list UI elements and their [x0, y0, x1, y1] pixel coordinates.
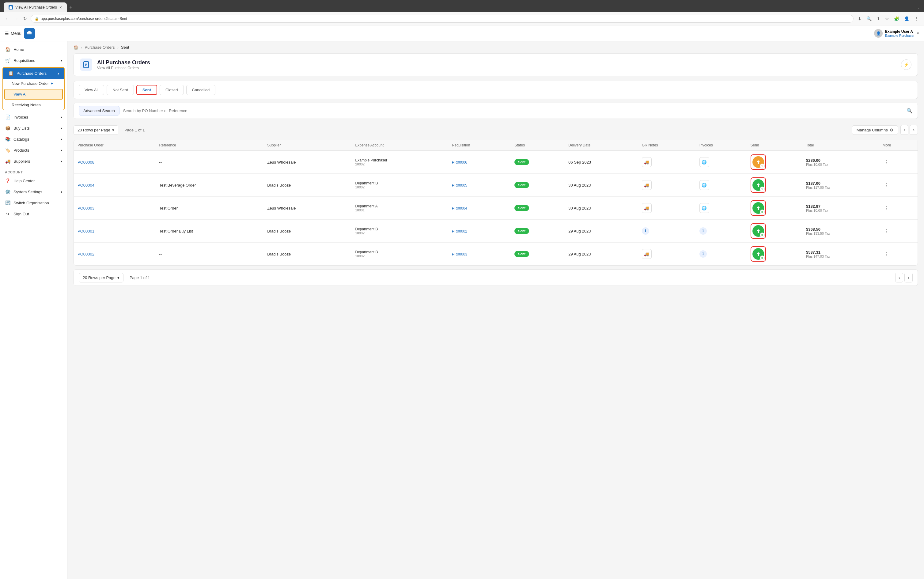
send-highlight-box: 0 [751, 246, 766, 262]
sidebar-item-home[interactable]: 🏠 Home [0, 44, 67, 55]
expense-name: Department B [355, 250, 444, 254]
req-link[interactable]: PR00002 [452, 229, 467, 234]
gr-notes-truck-button[interactable]: 🚚 [642, 157, 652, 167]
col-header-send: Send [747, 140, 802, 151]
po-link[interactable]: PO00003 [77, 206, 94, 211]
sidebar-subitem-new-po[interactable]: New Purchase Order + [3, 79, 64, 88]
rows-per-page-button[interactable]: 20 Rows per Page ▾ [74, 125, 118, 135]
expense-account: Department A 10001 [355, 204, 444, 212]
invoices-globe-button[interactable]: 🌐 [700, 180, 709, 190]
sidebar-item-purchase-orders[interactable]: 📋 Purchase Orders ▴ [3, 68, 64, 79]
breadcrumb-home-icon[interactable]: 🏠 [74, 45, 78, 50]
po-link[interactable]: PO00001 [77, 229, 94, 234]
table-header-row: Purchase Order Reference Supplier Expens… [74, 140, 917, 151]
prev-page-button[interactable]: ‹ [900, 125, 909, 135]
bottom-prev-page-button[interactable]: ‹ [895, 273, 903, 283]
sidebar-item-suppliers[interactable]: 🚚 Suppliers ▾ [0, 155, 67, 167]
bottom-rows-per-page-button[interactable]: 20 Rows per Page ▾ [79, 273, 123, 283]
po-link[interactable]: PO00004 [77, 183, 94, 188]
lightning-button[interactable]: ⚡ [901, 59, 911, 70]
profile-icon[interactable]: 👤 [902, 15, 911, 22]
cell-total: $182.87 Plus $0.00 Tax [802, 197, 879, 220]
sidebar-item-help-center[interactable]: ❓ Help Center [0, 175, 67, 186]
new-tab-button[interactable]: + [67, 3, 75, 12]
tab-not-sent[interactable]: Not Sent [106, 85, 134, 95]
sidebar-item-invoices[interactable]: 📄 Invoices ▾ [0, 111, 67, 123]
tab-view-all[interactable]: View All [79, 85, 104, 95]
manage-columns-button[interactable]: Manage Columns ⚙ [852, 125, 898, 135]
user-dropdown-button[interactable]: ▾ [917, 31, 919, 36]
sidebar-item-requisitions[interactable]: 🛒 Requisitions ▾ [0, 55, 67, 66]
tabs-expand-button[interactable]: ⌄ [917, 5, 920, 10]
cell-invoices: 1 [696, 243, 747, 266]
chevron-down-icon: ▾ [61, 59, 62, 62]
account-section-label: Account [0, 167, 67, 175]
sidebar-item-label: Requisitions [13, 58, 35, 63]
bookmark-icon[interactable]: ☆ [883, 15, 891, 22]
tab-closed[interactable]: Closed [160, 85, 183, 95]
tax-info: Plus $47.03 Tax [806, 255, 875, 258]
expense-name: Department B [355, 227, 444, 231]
share-icon[interactable]: ⬆ [875, 15, 882, 22]
download-icon[interactable]: ⬇ [856, 15, 863, 22]
sidebar-item-system-settings[interactable]: ⚙️ System Settings ▾ [0, 186, 67, 197]
col-header-total: Total [802, 140, 879, 151]
invoices-globe-button[interactable]: 🌐 [700, 203, 709, 213]
sidebar-subitem-receiving-notes[interactable]: Receiving Notes [3, 100, 64, 110]
active-tab[interactable]: View All Purchase Orders × [4, 2, 67, 12]
more-button[interactable]: ⋮ [883, 181, 890, 189]
sidebar-item-catalogs[interactable]: 📚 Catalogs ▾ [0, 134, 67, 145]
bottom-next-page-button[interactable]: › [904, 273, 913, 283]
cell-gr-notes: 🚚 [638, 174, 696, 197]
advanced-search-button[interactable]: Advanced Search [79, 106, 119, 116]
tab-close-button[interactable]: × [59, 5, 62, 10]
tab-sent[interactable]: Sent [136, 85, 157, 95]
req-link[interactable]: PR00006 [452, 160, 467, 165]
invoices-globe-button[interactable]: 🌐 [700, 157, 709, 167]
suppliers-icon: 🚚 [5, 159, 10, 164]
user-name: Example User A [885, 29, 914, 34]
sidebar-item-products[interactable]: 🏷️ Products ▾ [0, 145, 67, 155]
cell-more: ⋮ [879, 197, 917, 220]
sidebar-subitem-view-all[interactable]: View All [4, 89, 63, 100]
search-submit-button[interactable]: 🔍 [906, 108, 913, 114]
cell-more: ⋮ [879, 174, 917, 197]
po-link[interactable]: PO00008 [77, 160, 94, 165]
more-button[interactable]: ⋮ [883, 250, 890, 258]
reload-button[interactable]: ↻ [22, 15, 28, 22]
expense-code: 10001 [355, 208, 444, 212]
more-button[interactable]: ⋮ [883, 204, 890, 212]
menu-dots-icon[interactable]: ⋮ [913, 15, 920, 22]
expense-account: Department B 10002 [355, 227, 444, 235]
gr-notes-truck-button[interactable]: 🚚 [642, 180, 652, 190]
breadcrumb-purchase-orders[interactable]: Purchase Orders [85, 45, 114, 50]
more-button[interactable]: ⋮ [883, 227, 890, 235]
req-link[interactable]: PR00004 [452, 206, 467, 211]
sidebar-item-buy-lists[interactable]: 📦 Buy Lists ▾ [0, 123, 67, 134]
search-browser-icon[interactable]: 🔍 [865, 15, 873, 22]
sidebar-item-sign-out[interactable]: ↪ Sign Out [0, 208, 67, 219]
back-button[interactable]: ← [4, 15, 10, 22]
sidebar-subitem-label: New Purchase Order [11, 81, 49, 86]
next-page-button[interactable]: › [909, 125, 918, 135]
po-link[interactable]: PO00002 [77, 252, 94, 257]
gr-notes-count-badge: 1 [642, 227, 649, 235]
sidebar-item-switch-org[interactable]: 🔄 Switch Organisation [0, 197, 67, 208]
cell-delivery: 30 Aug 2023 [565, 197, 638, 220]
cell-status: Sent [511, 174, 565, 197]
req-link[interactable]: PR00003 [452, 252, 467, 257]
search-input[interactable] [123, 108, 903, 113]
menu-button[interactable]: ☰ Menu [5, 31, 21, 36]
total-amount: $182.87 [806, 204, 875, 209]
gr-notes-truck-button[interactable]: 🚚 [642, 249, 652, 259]
tax-info: Plus $33.50 Tax [806, 232, 875, 235]
forward-button[interactable]: → [13, 15, 20, 22]
tab-title: View All Purchase Orders [15, 5, 57, 10]
extensions-icon[interactable]: 🧩 [892, 15, 901, 22]
tab-cancelled[interactable]: Cancelled [186, 85, 216, 95]
req-link[interactable]: PR00005 [452, 183, 467, 188]
cell-reference: -- [155, 243, 263, 266]
gr-notes-truck-button[interactable]: 🚚 [642, 203, 652, 213]
address-bar[interactable]: 🔒 app.purchaseplus.com/purchase-orders?s… [31, 15, 854, 23]
more-button[interactable]: ⋮ [883, 158, 890, 166]
